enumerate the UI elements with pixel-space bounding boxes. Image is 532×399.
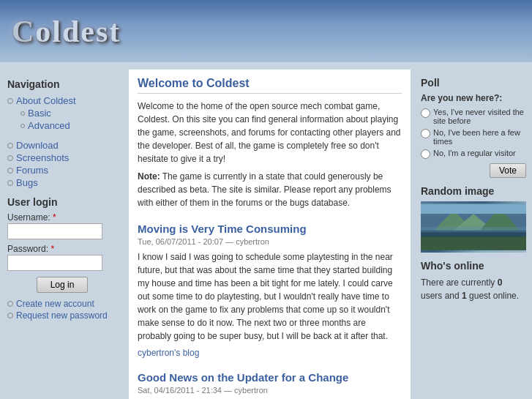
post1-blog-link[interactable]: cybertron's blog (138, 348, 199, 358)
sidebar-item-basic[interactable]: Basic (20, 107, 117, 119)
post1-title[interactable]: Moving is Very Time Consuming (138, 223, 402, 235)
nav-bullet-about (7, 98, 13, 104)
poll-option-label-1: No, I've been here a few times (433, 128, 526, 146)
poll-question: Are you new here?: (421, 93, 526, 103)
nav-bullet-reset (7, 313, 13, 318)
nav-bullet-create (7, 301, 13, 307)
svg-rect-6 (421, 237, 526, 250)
nav-title: Navigation (7, 78, 117, 90)
nav-bullet-bugs (7, 180, 13, 186)
svg-rect-7 (421, 227, 526, 232)
random-image (421, 201, 526, 253)
random-image-svg (421, 201, 526, 253)
header: Coldest (0, 0, 532, 62)
post1-block: Moving is Very Time Consuming Tue, 06/07… (138, 223, 402, 358)
post2-block: Good News on the Updater for a Change Sa… (138, 371, 402, 399)
welcome-title: Welcome to Coldest (138, 77, 402, 94)
poll-title: Poll (421, 77, 526, 89)
random-image-title: Random image (421, 185, 526, 197)
nav-bullet-download (7, 143, 13, 149)
sidebar-right: Poll Are you new here?: Yes, I've never … (415, 62, 532, 399)
sidebar-link-bugs[interactable]: Bugs (16, 177, 38, 188)
page-wrapper: Navigation About Coldest Basic Advanced … (0, 62, 532, 399)
poll-option-0[interactable]: Yes, I've never visited the site before (421, 108, 526, 125)
create-account-link[interactable]: Create new account (7, 299, 117, 309)
logo-letter-c: C (12, 15, 35, 48)
nav-bullet-screenshots (7, 155, 13, 161)
post2-meta: Sat, 04/16/2011 - 21:34 — cybertron (138, 386, 402, 395)
reset-password-link[interactable]: Request new password (7, 310, 117, 321)
sidebar-link-forums[interactable]: Forums (16, 165, 48, 176)
sidebar-item-bugs[interactable]: Bugs (7, 176, 117, 189)
sidebar-link-about[interactable]: About Coldest (16, 95, 76, 106)
note-label: Note: (138, 171, 160, 182)
sidebar-link-download[interactable]: Download (16, 140, 59, 151)
welcome-body1: Welcome to the home of the open source m… (138, 100, 402, 165)
poll-radio-0[interactable] (421, 108, 430, 118)
username-input[interactable] (7, 223, 102, 239)
poll-option-1[interactable]: No, I've been here a few times (421, 128, 526, 146)
logo-rest: oldest (35, 15, 121, 48)
who-online-section: Who's online There are currently 0 users… (421, 260, 526, 302)
welcome-note: Note: The game is currently in a state t… (138, 170, 402, 209)
post2-title[interactable]: Good News on the Updater for a Change (138, 371, 402, 384)
online-guests-count: 1 (462, 291, 467, 301)
poll-vote-button[interactable]: Vote (490, 163, 526, 178)
welcome-block: Welcome to Coldest Welcome to the home o… (138, 77, 402, 209)
login-box: Username: * Password: * Log in Create ne… (7, 212, 117, 321)
random-image-section: Random image (421, 185, 526, 253)
poll-radio-1[interactable] (421, 129, 430, 138)
post1-body: I know I said I was going to schedule so… (138, 250, 402, 343)
site-logo[interactable]: Coldest (12, 14, 121, 49)
post1-meta: Tue, 06/07/2011 - 20:07 — cybertron (138, 237, 402, 246)
poll-radio-2[interactable] (421, 149, 430, 159)
sidebar-link-screenshots[interactable]: Screenshots (16, 152, 69, 163)
username-label: Username: * (7, 212, 117, 223)
login-button[interactable]: Log in (37, 277, 89, 293)
password-label: Password: * (7, 244, 117, 254)
who-online-title: Who's online (421, 260, 526, 272)
user-login-title: User login (7, 196, 117, 208)
nav-sub-list: Basic Advanced (20, 107, 117, 132)
main-content: Welcome to Coldest Welcome to the home o… (129, 70, 411, 399)
sidebar-item-screenshots[interactable]: Screenshots (7, 152, 117, 164)
sidebar-item-about[interactable]: About Coldest (7, 94, 117, 107)
password-input[interactable] (7, 255, 102, 271)
sidebar-link-advanced[interactable]: Advanced (28, 120, 70, 131)
sidebar-link-basic[interactable]: Basic (28, 108, 51, 119)
post1-title-link[interactable]: Moving is Very Time Consuming (138, 223, 307, 235)
poll-section: Poll Are you new here?: Yes, I've never … (421, 77, 526, 178)
poll-option-label-2: No, I'm a regular visitor (433, 149, 516, 157)
poll-option-label-0: Yes, I've never visited the site before (433, 108, 526, 125)
svg-rect-5 (421, 204, 526, 215)
nav-bullet-advanced (20, 124, 25, 128)
nav-bullet-forums (7, 168, 13, 174)
note-body: The game is currently in a state that co… (138, 171, 391, 208)
sidebar-item-advanced[interactable]: Advanced (20, 119, 117, 132)
who-online-text: There are currently 0 users and 1 guest … (421, 276, 526, 302)
nav-bullet-basic (20, 111, 25, 116)
online-users-count: 0 (498, 277, 503, 288)
post2-title-link[interactable]: Good News on the Updater for a Change (138, 371, 348, 384)
login-links: Create new account Request new password (7, 299, 117, 321)
sidebar-item-forums[interactable]: Forums (7, 164, 117, 176)
sidebar-left: Navigation About Coldest Basic Advanced … (0, 62, 124, 399)
poll-option-2[interactable]: No, I'm a regular visitor (421, 149, 526, 159)
nav-list: About Coldest Basic Advanced Download Sc… (7, 94, 117, 189)
login-btn-wrap: Log in (7, 277, 117, 293)
sidebar-item-download[interactable]: Download (7, 139, 117, 152)
